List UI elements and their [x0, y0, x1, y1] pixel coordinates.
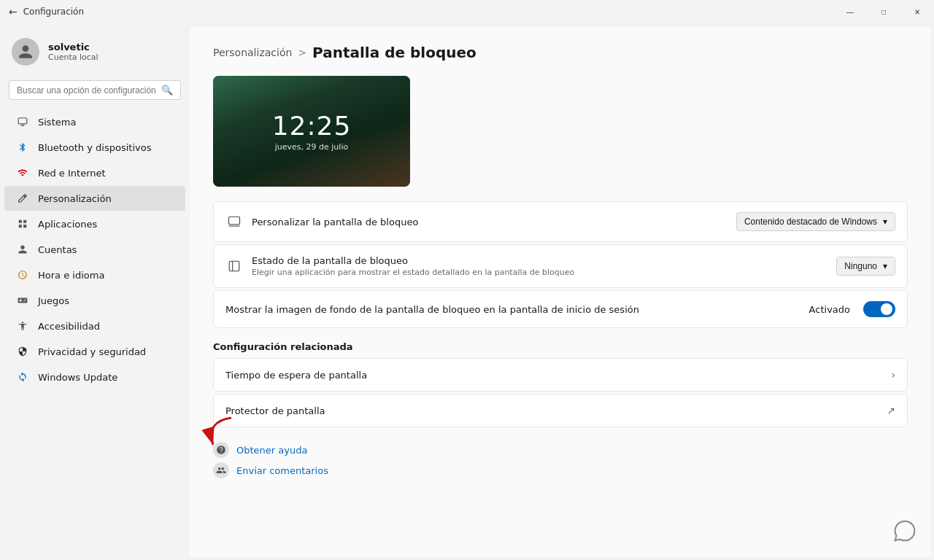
lock-time: 12:25 — [272, 111, 352, 141]
breadcrumb: Personalización > Pantalla de bloqueo — [213, 44, 908, 61]
sidebar-item-bluetooth[interactable]: Bluetooth y dispositivos — [4, 135, 185, 160]
nav-label-accesibilidad: Accesibilidad — [38, 321, 100, 332]
sidebar-item-sistema[interactable]: Sistema — [4, 109, 185, 134]
sidebar-item-windows_update[interactable]: Windows Update — [4, 365, 185, 389]
estado-icon — [225, 257, 243, 275]
titlebar-controls: — □ ✕ — [833, 0, 934, 23]
setting-personalizar: Personalizar la pantalla de bloqueo Cont… — [213, 201, 908, 242]
sidebar-item-juegos[interactable]: Juegos — [4, 288, 185, 313]
mostrar-imagen-title: Mostrar la imagen de fondo de la pantall… — [225, 304, 809, 315]
nav-icon-sistema — [16, 115, 29, 128]
mostrar-imagen-text: Mostrar la imagen de fondo de la pantall… — [225, 304, 809, 315]
nav-label-cuentas: Cuentas — [38, 244, 77, 255]
estado-control[interactable]: Ninguno ▾ — [836, 257, 895, 276]
breadcrumb-parent: Personalización — [213, 47, 292, 58]
nav-icon-juegos — [16, 294, 29, 307]
sidebar-item-red[interactable]: Red e Internet — [4, 160, 185, 185]
breadcrumb-separator: > — [298, 47, 306, 58]
search-icon: 🔍 — [161, 85, 173, 96]
nav-label-juegos: Juegos — [38, 295, 69, 306]
user-info: solvetic Cuenta local — [48, 42, 99, 62]
related-section-title: Configuración relacionada — [213, 341, 908, 352]
nav-icon-bluetooth — [16, 141, 29, 154]
close-button[interactable]: ✕ — [900, 0, 934, 23]
setting-mostrar-imagen: Mostrar la imagen de fondo de la pantall… — [213, 290, 908, 328]
main-content: Personalización > Pantalla de bloqueo 12… — [190, 26, 931, 557]
sidebar-item-privacidad[interactable]: Privacidad y seguridad — [4, 339, 185, 364]
maximize-button[interactable]: □ — [867, 0, 900, 23]
nav-label-personalizacion: Personalización — [38, 193, 112, 204]
obtener-ayuda-link[interactable]: Obtener ayuda — [213, 442, 908, 458]
svg-rect-6 — [23, 225, 26, 228]
estado-dropdown[interactable]: Ninguno ▾ — [836, 257, 895, 276]
protector-text: Protector de pantalla — [225, 405, 887, 416]
personalizar-dropdown-chevron: ▾ — [883, 217, 887, 227]
titlebar-left: ← Configuración — [9, 6, 84, 18]
back-button[interactable]: ← — [9, 6, 18, 18]
related-tiempo-espera[interactable]: Tiempo de espera de pantalla › — [213, 358, 908, 392]
estado-subtitle: Elegir una aplicación para mostrar el es… — [252, 268, 836, 277]
toggle-label: Activado — [809, 304, 850, 315]
svg-rect-7 — [229, 217, 240, 225]
sidebar: solvetic Cuenta local 🔍 Sistema Bluetoot… — [0, 23, 190, 560]
lockscreen-preview: 12:25 jueves, 29 de julio — [213, 76, 410, 187]
enviar-comentarios-label: Enviar comentarios — [236, 465, 328, 476]
nav-icon-cuentas — [16, 243, 29, 256]
related-protector[interactable]: Protector de pantalla ↗ — [213, 394, 908, 427]
mostrar-imagen-toggle[interactable] — [863, 301, 895, 317]
mostrar-imagen-control[interactable]: Activado — [809, 301, 895, 317]
lockscreen-overlay: 12:25 jueves, 29 de julio — [213, 76, 410, 187]
enviar-comentarios-link[interactable]: Enviar comentarios — [213, 462, 908, 478]
svg-rect-3 — [19, 220, 22, 223]
nav-label-red: Red e Internet — [38, 168, 106, 179]
chat-bubble[interactable] — [890, 516, 919, 545]
nav-label-aplicaciones: Aplicaciones — [38, 219, 97, 230]
sidebar-item-aplicaciones[interactable]: Aplicaciones — [4, 211, 185, 236]
lock-date: jueves, 29 de julio — [275, 142, 348, 152]
settings-section: Personalizar la pantalla de bloqueo Cont… — [213, 201, 908, 328]
titlebar: ← Configuración — □ ✕ — [0, 0, 934, 23]
nav-icon-hora — [16, 268, 29, 281]
nav-label-bluetooth: Bluetooth y dispositivos — [38, 142, 151, 153]
svg-rect-9 — [229, 261, 239, 271]
svg-rect-0 — [18, 118, 27, 124]
nav-icon-windows_update — [16, 370, 29, 384]
user-account-type: Cuenta local — [48, 52, 99, 62]
user-section: solvetic Cuenta local — [0, 29, 190, 77]
svg-rect-5 — [19, 225, 22, 228]
page-title: Pantalla de bloqueo — [312, 44, 476, 61]
search-input[interactable] — [17, 85, 157, 96]
footer-links: Obtener ayuda Enviar comentarios — [213, 442, 908, 478]
obtener-ayuda-icon — [213, 442, 229, 458]
personalizar-title: Personalizar la pantalla de bloqueo — [252, 217, 736, 228]
app-container: solvetic Cuenta local 🔍 Sistema Bluetoot… — [0, 23, 934, 560]
protector-title: Protector de pantalla — [225, 405, 887, 416]
nav-label-sistema: Sistema — [38, 117, 76, 128]
sidebar-item-hora[interactable]: Hora e idioma — [4, 262, 185, 287]
sidebar-item-accesibilidad[interactable]: Accesibilidad — [4, 314, 185, 338]
user-name: solvetic — [48, 42, 99, 52]
setting-estado: Estado de la pantalla de bloqueo Elegir … — [213, 244, 908, 288]
sidebar-item-personalizacion[interactable]: Personalización — [4, 186, 185, 211]
tiempo-espera-text: Tiempo de espera de pantalla — [225, 370, 891, 381]
related-settings: Tiempo de espera de pantalla › Protector… — [213, 358, 908, 427]
personalizar-dropdown[interactable]: Contenido destacado de Windows ▾ — [736, 212, 895, 231]
personalizar-control[interactable]: Contenido destacado de Windows ▾ — [736, 212, 895, 231]
nav-icon-personalizacion — [16, 192, 29, 205]
nav-label-windows_update: Windows Update — [38, 372, 117, 383]
search-box[interactable]: 🔍 — [9, 80, 181, 100]
estado-dropdown-chevron: ▾ — [883, 261, 887, 271]
sidebar-item-cuentas[interactable]: Cuentas — [4, 237, 185, 262]
minimize-button[interactable]: — — [833, 0, 867, 23]
sidebar-nav: Sistema Bluetooth y dispositivos Red e I… — [0, 109, 190, 390]
tiempo-espera-chevron: › — [891, 369, 895, 381]
personalizar-text: Personalizar la pantalla de bloqueo — [252, 217, 736, 228]
estado-dropdown-value: Ninguno — [844, 261, 877, 271]
nav-label-hora: Hora e idioma — [38, 270, 104, 281]
nav-icon-red — [16, 166, 29, 179]
estado-text: Estado de la pantalla de bloqueo Elegir … — [252, 255, 836, 277]
protector-external-icon: ↗ — [887, 405, 895, 416]
obtener-ayuda-label: Obtener ayuda — [236, 445, 307, 456]
avatar — [12, 38, 39, 66]
nav-icon-aplicaciones — [16, 217, 29, 230]
